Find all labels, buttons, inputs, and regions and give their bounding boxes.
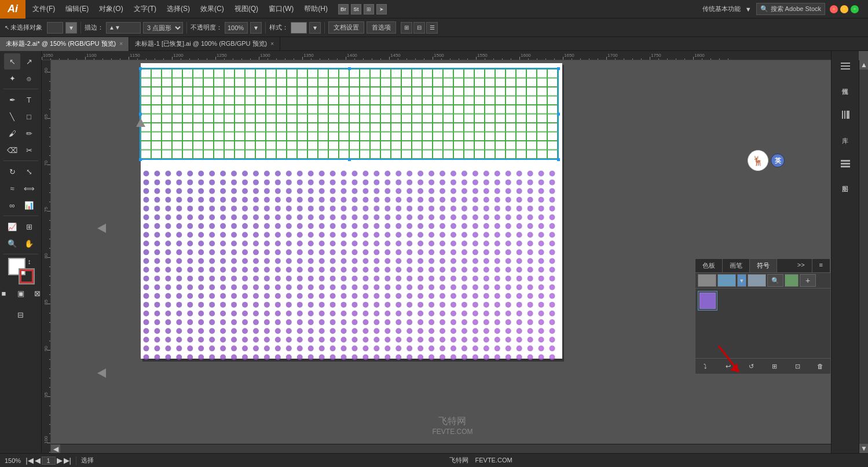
stock-icon[interactable]: St (351, 4, 361, 14)
menu-text[interactable]: 文字(T) (129, 2, 161, 16)
type-tool[interactable]: T (21, 92, 37, 108)
color-mode-solid[interactable]: ■ (0, 285, 12, 301)
scroll-left-btn[interactable]: ◀ (51, 444, 60, 454)
layers-panel-btn[interactable] (835, 153, 856, 174)
sym-dropdown-btn[interactable]: ▾ (737, 274, 746, 287)
stroke-input[interactable]: ▲▼ (106, 22, 141, 34)
sym-edit-btn[interactable]: ⊞ (768, 361, 781, 371)
artboard-tool[interactable]: ⊟ (13, 307, 29, 323)
direct-select-tool[interactable]: ↗ (21, 53, 37, 70)
eraser-tool[interactable]: ⌫ (4, 142, 20, 158)
menu-effect[interactable]: 效果(C) (196, 2, 229, 16)
page-last-btn[interactable]: ▶| (64, 456, 71, 465)
library-panel-btn[interactable] (835, 104, 856, 125)
sym-break-btn[interactable]: ↩ (722, 361, 735, 371)
fill-color-swatch[interactable] (47, 22, 63, 34)
sym-tab-swatches[interactable]: 色板 (695, 259, 723, 272)
sym-btn-1[interactable] (698, 274, 716, 287)
ime-en-indicator[interactable]: 英 (771, 154, 785, 167)
stroke-swatch[interactable] (20, 269, 34, 283)
menu-select[interactable]: 选择(S) (162, 2, 195, 16)
swap-icon[interactable]: ↕ (28, 258, 34, 264)
page-first-btn[interactable]: |◀ (25, 456, 33, 465)
close-btn[interactable]: × (830, 5, 838, 13)
hand-tool[interactable]: ✋ (21, 235, 37, 251)
preferences-btn[interactable]: 首选项 (367, 21, 396, 34)
search-stock[interactable]: 🔍搜索 Adobe Stock (756, 3, 825, 15)
bridge-icon[interactable]: Br (338, 4, 349, 14)
line-tool[interactable]: ╲ (4, 108, 20, 125)
sym-place-btn[interactable]: ⤵ (699, 361, 712, 371)
canvas-area[interactable]: 🦌 英 飞特网 FEVTE.COM (51, 60, 854, 453)
paintbrush-tool[interactable]: 🖌 (4, 125, 20, 141)
column-graph-tool[interactable]: 📈 (4, 218, 20, 235)
sym-search-btn[interactable]: 🔍 (767, 274, 783, 287)
color-mode-gradient[interactable]: ▣ (13, 285, 29, 301)
maximize-btn[interactable]: + (851, 5, 859, 13)
menu-object[interactable]: 对象(O) (94, 2, 127, 16)
pen-tool[interactable]: ✒ (4, 92, 20, 108)
menu-help[interactable]: 帮助(H) (299, 2, 332, 16)
sym-tab-symbols[interactable]: 符号 (750, 259, 777, 272)
tool-sep-4 (3, 254, 38, 254)
scroll-h[interactable]: ◀ ▶ (51, 444, 859, 453)
menu-file[interactable]: 文件(F) (28, 2, 60, 16)
scissors-tool[interactable]: ✂ (21, 142, 37, 158)
sym-reset-btn[interactable]: ↺ (745, 361, 758, 371)
warp-tool[interactable]: ≈ (4, 180, 20, 196)
menu-edit[interactable]: 编辑(E) (61, 2, 93, 16)
tab-1[interactable]: 未标题-2.ai* @ 150% (RGB/GPU 预览) × (0, 37, 129, 51)
page-next-btn[interactable]: ▶ (57, 456, 63, 465)
sym-panel-menu[interactable]: ≡ (812, 259, 830, 272)
zoom-tool[interactable]: 🔍 (4, 235, 20, 251)
scroll-up-btn[interactable]: ▲ (859, 60, 868, 70)
doc-setup-btn[interactable]: 文档设置 (328, 21, 364, 34)
scroll-v[interactable]: ▲ ▼ (859, 60, 868, 453)
width-tool[interactable]: ⟺ (21, 180, 37, 196)
distribute-btn[interactable]: ☰ (426, 22, 438, 34)
rect-tool[interactable]: □ (21, 108, 37, 125)
tab-1-close[interactable]: × (119, 41, 123, 47)
tab-2-close[interactable]: × (270, 41, 274, 47)
opacity-input[interactable] (225, 22, 248, 34)
minimize-btn[interactable]: − (840, 5, 848, 13)
properties-panel-btn[interactable] (835, 56, 856, 76)
arrange-btn[interactable]: ⊞ (401, 22, 412, 34)
menu-window[interactable]: 窗口(W) (264, 2, 298, 16)
sym-delete-btn[interactable]: 🗑 (814, 361, 827, 371)
style-swatch[interactable] (291, 22, 307, 34)
opacity-options[interactable]: ▾ (250, 22, 262, 34)
pencil-tool[interactable]: ✏ (21, 125, 37, 141)
sym-btn-3[interactable] (748, 274, 766, 287)
lasso-tool[interactable]: ⌾ (21, 70, 37, 86)
select-tool[interactable]: ↖ (4, 53, 20, 70)
menu-view[interactable]: 视图(Q) (230, 2, 263, 16)
sym-add-btn[interactable]: + (800, 274, 816, 287)
fill-dropdown[interactable]: ▾ (65, 22, 77, 34)
style-dropdown[interactable]: ▾ (309, 22, 321, 34)
layout-icon[interactable]: ⊞ (364, 4, 374, 14)
sym-item-1[interactable] (698, 291, 717, 311)
align-btn[interactable]: ⊟ (413, 22, 425, 34)
stroke-type-select[interactable]: 3 点圆形 (143, 22, 183, 34)
blend-tool[interactable]: ∞ (4, 197, 20, 213)
arrow-icon[interactable]: ➤ (376, 4, 387, 14)
sym-btn-4[interactable] (785, 274, 799, 287)
workspace-dropdown[interactable]: ▼ (745, 6, 752, 13)
tool-row-11: 🔍 ✋ (4, 235, 37, 251)
rotate-tool[interactable]: ↻ (4, 163, 20, 180)
sym-duplicate-btn[interactable]: ⊡ (791, 361, 804, 371)
scale-tool[interactable]: ⤡ (21, 163, 37, 180)
sym-btn-2[interactable] (717, 274, 736, 287)
magic-wand-tool[interactable]: ✦ (4, 70, 20, 86)
scroll-down-btn[interactable]: ▼ (859, 444, 868, 453)
mesh-tool[interactable]: ⊞ (21, 218, 37, 235)
color-mode-none[interactable]: ⊠ (30, 285, 42, 301)
page-prev-btn[interactable]: ◀ (35, 456, 41, 465)
page-input[interactable] (42, 457, 56, 465)
sym-panel-more[interactable]: >> (790, 259, 812, 272)
workspace-label[interactable]: 传统基本功能 (702, 5, 741, 13)
sym-tab-brushes[interactable]: 画笔 (723, 259, 750, 272)
chart-tool[interactable]: 📊 (21, 197, 37, 213)
tab-2[interactable]: 未标题-1 [已恢复].ai @ 100% (RGB/GPU 预览) × (129, 37, 280, 51)
